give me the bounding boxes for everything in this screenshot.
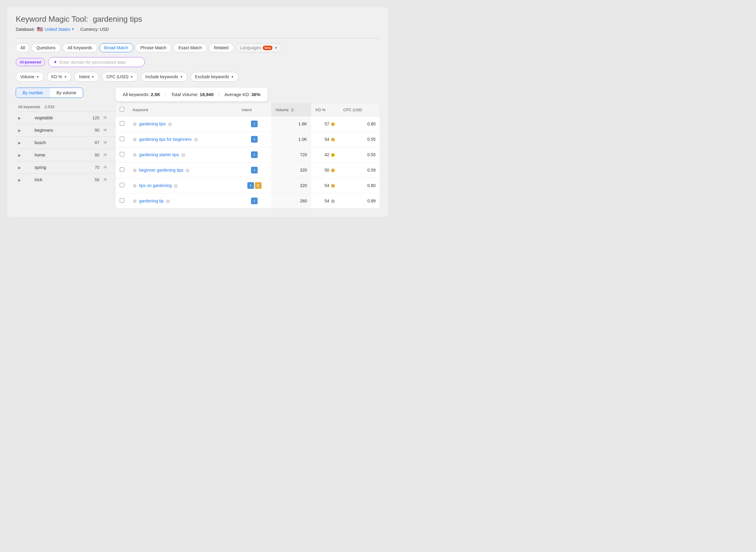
country-name: United States [45,27,70,32]
main-table: Keyword Intent Volume ☰ KD % CPC (USD [115,103,380,209]
row-checkbox[interactable] [120,152,124,156]
cpc-caret-icon: ▼ [130,75,133,79]
kd-cell: 54 [311,178,339,193]
tab-broad-match[interactable]: Broad Match [99,43,133,52]
add-keyword-icon[interactable]: ⊕ [133,198,137,204]
page-wrapper: Keyword Magic Tool: gardening tips Datab… [7,7,388,217]
add-keyword-icon[interactable]: ⊕ [133,167,137,173]
table-icon: ▤ [168,122,172,126]
right-section: All keywords: 2.5K | Total Volume: 18,94… [115,88,380,209]
by-volume-button[interactable]: By volume [50,88,83,98]
add-keyword-icon[interactable]: ⊕ [133,137,137,142]
keyword-link[interactable]: tips on gardening [139,183,172,188]
eye-icon[interactable]: 👁 [103,115,107,120]
row-checkbox-cell[interactable] [115,147,128,162]
sidebar-keyword-label[interactable]: spring [32,161,83,174]
eye-icon[interactable]: 👁 [103,128,107,133]
include-caret-icon: ▼ [180,75,183,79]
total-volume-value: 18,940 [200,92,214,97]
tab-all-keywords[interactable]: All Keywords [63,43,97,52]
keyword-link[interactable]: gardening tips [139,121,166,126]
add-keyword-icon[interactable]: ⊕ [133,152,137,158]
sidebar-keyword-label[interactable]: home [32,149,83,161]
kd-dot [331,199,335,203]
eye-icon[interactable]: 👁 [103,153,107,157]
row-checkbox-cell[interactable] [115,178,128,193]
chevron-down-icon: ▼ [274,46,277,49]
by-number-button[interactable]: By number [16,88,50,98]
expand-icon[interactable]: ▶ [18,116,21,120]
filter-volume[interactable]: Volume ▼ [16,72,44,82]
ai-domain-input-wrapper[interactable]: ✦ Enter domain for personalized data [48,57,145,67]
intent-cell: I [238,132,271,147]
database-label: Database: [16,27,35,32]
add-keyword-icon[interactable]: ⊕ [133,183,137,188]
add-keyword-icon[interactable]: ⊕ [133,121,137,127]
row-checkbox-cell[interactable] [115,116,128,132]
select-all-checkbox[interactable] [120,107,124,112]
keyword-link[interactable]: gardening tip [139,198,164,203]
eye-icon[interactable]: 👁 [103,165,107,170]
filter-exclude[interactable]: Exclude keywords ▼ [191,72,239,82]
expand-icon[interactable]: ▶ [18,178,21,182]
row-checkbox[interactable] [120,183,124,187]
sidebar-keyword-label[interactable]: busch [32,137,83,149]
filter-volume-label: Volume [20,74,34,79]
col-header-volume[interactable]: Volume ☰ [271,103,311,116]
filter-kd[interactable]: KD % ▼ [47,72,72,82]
filter-cpc[interactable]: CPC (USD) ▼ [102,72,138,82]
kd-cell: 54 [311,132,339,147]
tab-questions[interactable]: Questions [31,43,61,52]
row-checkbox[interactable] [120,137,124,141]
expand-icon[interactable]: ▶ [18,153,21,157]
row-checkbox-cell[interactable] [115,193,128,209]
volume-cell: 1.6K [271,116,311,132]
row-checkbox[interactable] [120,121,124,126]
sort-icon: ☰ [291,108,294,112]
sidebar-keyword-count: 87 [83,137,101,149]
eye-icon[interactable]: 👁 [103,177,107,182]
tab-exact-match[interactable]: Exact Match [173,43,207,52]
eye-icon[interactable]: 👁 [103,140,107,145]
row-checkbox[interactable] [120,167,124,172]
ai-input-placeholder: Enter domain for personalized data [60,60,125,65]
cpc-cell: 0.55 [339,147,380,162]
kd-dot [331,169,335,172]
keyword-link[interactable]: beginner gardening tips [139,168,183,172]
table-row: ⊕ beginner gardening tips ▤ I 320 50 0.5… [115,162,380,178]
row-checkbox[interactable] [120,198,124,203]
kd-dot [331,184,335,188]
expand-icon[interactable]: ▶ [18,141,21,145]
intent-badge: I [251,136,258,143]
keyword-link[interactable]: gardening tips for beginners [139,137,192,142]
col-header-cpc: CPC (USD [339,103,380,116]
sparkle-icon: ✦ [53,59,57,65]
sidebar-all-keywords-header: All keywords 2,533 [16,103,83,112]
intent-badge: I [251,151,258,158]
list-item: ▶ home 80 👁 [16,149,115,161]
col-header-intent: Intent [238,103,271,116]
intent-badge: I [251,167,258,173]
expand-icon[interactable]: ▶ [18,128,21,133]
country-selector[interactable]: United States ▼ [45,27,74,32]
sidebar-keyword-label[interactable]: vegetable [32,112,83,124]
keyword-link[interactable]: gardening starter tips [139,152,179,157]
tab-related[interactable]: Related [209,43,233,52]
intent-badge: I [251,197,258,204]
avg-kd-value: 36% [251,92,260,97]
sidebar: By number By volume All keywords 2,533 [16,88,115,186]
database-info: Database: 🇺🇸 United States ▼ [16,26,74,32]
row-checkbox-cell[interactable] [115,162,128,178]
tabs-row: All Questions All Keywords Broad Match P… [16,43,380,52]
sidebar-keyword-label[interactable]: trick [32,174,83,186]
row-checkbox-cell[interactable] [115,132,128,147]
sidebar-header-kw: All keywords [18,105,40,109]
filter-intent[interactable]: Intent ▼ [74,72,99,82]
tab-all[interactable]: All [16,43,30,52]
tab-phrase-match[interactable]: Phrase Match [135,43,172,52]
sidebar-keyword-label[interactable]: beginners [32,124,83,137]
tab-languages[interactable]: Languages beta ▼ [236,43,282,52]
expand-icon[interactable]: ▶ [18,166,21,170]
table-icon: ▤ [182,153,185,157]
filter-include[interactable]: Include keywords ▼ [141,72,188,82]
